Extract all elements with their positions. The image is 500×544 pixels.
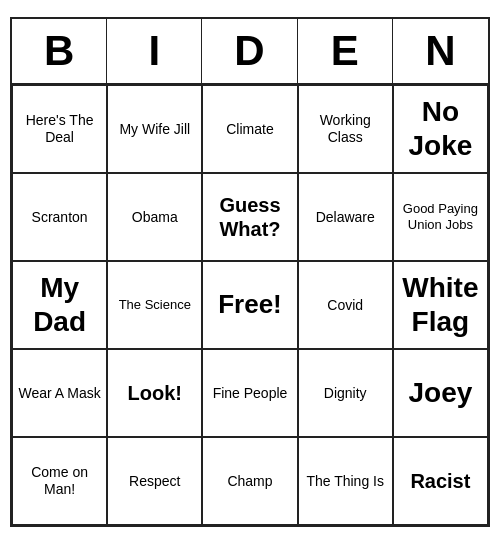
bingo-cell: My Wife Jill (107, 85, 202, 173)
bingo-cell: Dignity (298, 349, 393, 437)
header-letter: I (107, 19, 202, 83)
bingo-cell: Champ (202, 437, 297, 525)
bingo-cell: The Science (107, 261, 202, 349)
header-letter: B (12, 19, 107, 83)
bingo-cell: Wear A Mask (12, 349, 107, 437)
bingo-cell: Free! (202, 261, 297, 349)
bingo-cell: Good Paying Union Jobs (393, 173, 488, 261)
bingo-cell: Climate (202, 85, 297, 173)
bingo-cell: Here's The Deal (12, 85, 107, 173)
header-letter: D (202, 19, 297, 83)
bingo-cell: White Flag (393, 261, 488, 349)
bingo-cell: The Thing Is (298, 437, 393, 525)
bingo-header: BIDEN (12, 19, 488, 85)
bingo-cell: Guess What? (202, 173, 297, 261)
bingo-cell: Respect (107, 437, 202, 525)
header-letter: N (393, 19, 488, 83)
bingo-cell: Covid (298, 261, 393, 349)
bingo-cell: Fine People (202, 349, 297, 437)
bingo-cell: Come on Man! (12, 437, 107, 525)
bingo-cell: Look! (107, 349, 202, 437)
bingo-grid: Here's The DealMy Wife JillClimateWorkin… (12, 85, 488, 525)
bingo-cell: Racist (393, 437, 488, 525)
bingo-cell: Joey (393, 349, 488, 437)
header-letter: E (298, 19, 393, 83)
bingo-cell: No Joke (393, 85, 488, 173)
bingo-card: BIDEN Here's The DealMy Wife JillClimate… (10, 17, 490, 527)
bingo-cell: Scranton (12, 173, 107, 261)
bingo-cell: Working Class (298, 85, 393, 173)
bingo-cell: Delaware (298, 173, 393, 261)
bingo-cell: My Dad (12, 261, 107, 349)
bingo-cell: Obama (107, 173, 202, 261)
